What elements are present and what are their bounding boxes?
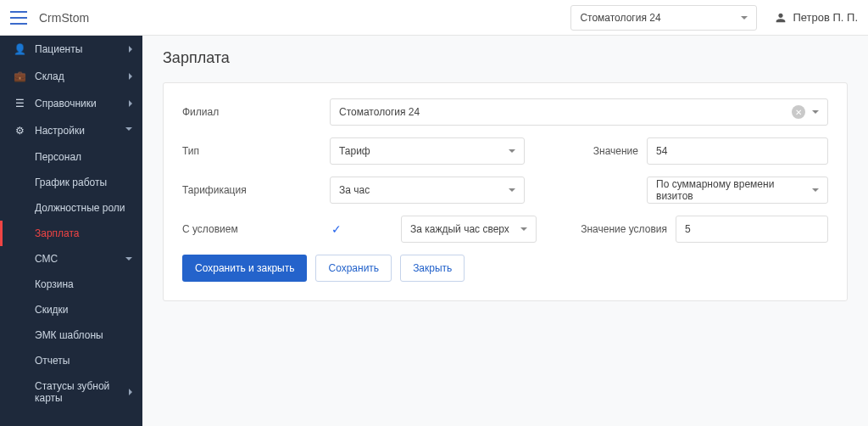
sidebar-sub-roles[interactable]: Должностные роли [0, 195, 142, 221]
sidebar: 👤 Пациенты 💼 Склад ☰ Справочники ⚙ Настр… [0, 36, 142, 426]
sidebar-item-directories[interactable]: ☰ Справочники [0, 90, 142, 117]
filial-select[interactable]: Стоматология 24 ✕ [330, 98, 828, 126]
sidebar-sub-salary[interactable]: Зарплата [0, 221, 142, 246]
sidebar-sub-emk[interactable]: ЭМК шаблоны [0, 322, 142, 348]
menu-toggle-icon[interactable] [10, 11, 27, 25]
org-select[interactable]: Стоматология 24 [570, 5, 757, 31]
tarif-method-select[interactable]: По суммарному времени визитов [647, 177, 828, 204]
sidebar-item-label: СМС [35, 253, 125, 265]
chevron-down-icon [509, 188, 515, 192]
sidebar-sub-sms[interactable]: СМС [0, 246, 142, 272]
save-close-button[interactable]: Сохранить и закрыть [182, 255, 307, 282]
chevron-down-icon [741, 16, 748, 20]
main-content: Зарплата Филиал Стоматология 24 ✕ [142, 36, 868, 426]
chevron-down-icon [125, 127, 132, 134]
brand: CrmStom [39, 11, 89, 25]
sidebar-sub-tooth-statuses[interactable]: Статусы зубной карты [0, 373, 142, 411]
gear-icon: ⚙ [13, 125, 26, 137]
sidebar-item-patients[interactable]: 👤 Пациенты [0, 36, 142, 63]
sidebar-sub-personnel[interactable]: Персонал [0, 144, 142, 170]
chevron-down-icon [125, 257, 132, 261]
tarif-select[interactable]: За час [330, 177, 525, 204]
list-icon: ☰ [13, 98, 26, 109]
sidebar-sub-reports[interactable]: Отчеты [0, 348, 142, 373]
chevron-right-icon [129, 46, 132, 53]
page-title: Зарплата [163, 49, 848, 67]
sidebar-sub-bin[interactable]: Корзина [0, 272, 142, 297]
cond-per-value: За каждый час сверх [410, 223, 509, 235]
chevron-down-icon [812, 110, 819, 114]
cond-value-input[interactable] [676, 216, 828, 243]
org-select-value: Стоматология 24 [580, 12, 660, 24]
chevron-down-icon [509, 149, 515, 153]
cond-checkbox[interactable]: ✓ [330, 222, 343, 236]
form-card: Филиал Стоматология 24 ✕ Тип Та [163, 82, 848, 301]
topbar: CrmStom Стоматология 24 Петров П. П. [0, 0, 868, 36]
sidebar-sub-schedule[interactable]: График работы [0, 170, 142, 195]
sidebar-item-label: Справочники [35, 98, 129, 109]
close-button[interactable]: Закрыть [400, 255, 465, 282]
type-select[interactable]: Тариф [330, 137, 525, 165]
sidebar-item-label: Склад [35, 70, 129, 82]
briefcase-icon: 💼 [13, 70, 26, 82]
clear-icon[interactable]: ✕ [792, 105, 805, 119]
chevron-down-icon [812, 188, 819, 192]
user-icon [774, 11, 787, 25]
tarif-value: За час [339, 184, 370, 196]
cond-per-select[interactable]: За каждый час сверх [401, 216, 537, 243]
chevron-down-icon [520, 227, 527, 231]
value-label: Значение [545, 145, 638, 157]
chevron-right-icon [129, 73, 132, 80]
type-label: Тип [182, 145, 309, 157]
cond-label: С условием [182, 223, 309, 235]
cond-val-label: Значение условия [557, 223, 667, 235]
user-name: Петров П. П. [793, 11, 858, 24]
filial-label: Филиал [182, 106, 309, 118]
sidebar-item-label: Настройки [35, 125, 125, 137]
sidebar-item-label: Пациенты [35, 43, 129, 55]
save-button[interactable]: Сохранить [315, 255, 392, 282]
chevron-right-icon [129, 389, 132, 395]
user-menu[interactable]: Петров П. П. [774, 11, 858, 25]
sidebar-item-label: Статусы зубной карты [35, 380, 129, 404]
sidebar-sub-discounts[interactable]: Скидки [0, 297, 142, 322]
filial-value: Стоматология 24 [339, 106, 420, 118]
tarif-label: Тарификация [182, 184, 309, 196]
sidebar-item-warehouse[interactable]: 💼 Склад [0, 63, 142, 90]
value-input[interactable] [647, 137, 828, 165]
tarif-method-value: По суммарному времени визитов [656, 178, 812, 202]
type-value: Тариф [339, 145, 370, 157]
chevron-right-icon [129, 100, 132, 107]
patients-icon: 👤 [13, 43, 26, 55]
sidebar-item-settings[interactable]: ⚙ Настройки [0, 117, 142, 144]
